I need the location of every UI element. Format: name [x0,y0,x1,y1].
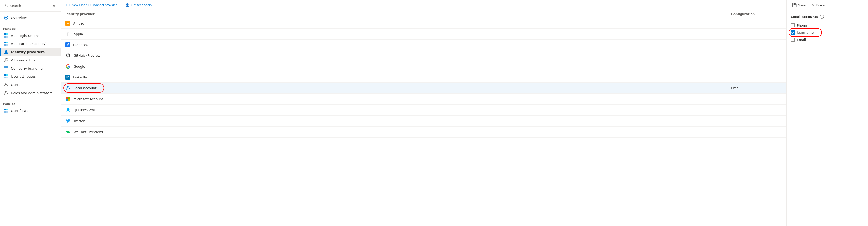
svg-rect-4 [4,33,6,35]
table-row[interactable]:  Apple [61,29,786,39]
checkbox-row-email: Email [790,36,864,43]
facebook-icon: f [65,42,70,47]
manage-section-label: Manage [0,24,61,31]
sidebar-item-api-connectors[interactable]: API connectors [0,56,61,64]
table-row[interactable]: Google [61,61,786,72]
table-row[interactable]: Microsoft Account [61,93,786,105]
provider-cell-wechat: WeChat (Preview) [65,129,731,135]
table-header: Identity provider Configuration [61,10,786,18]
google-icon [65,64,71,69]
local-account-icon [65,85,71,91]
provider-cell-twitter: Twitter [65,118,731,124]
save-button[interactable]: 💾 Save [790,2,807,8]
right-panel: 💾 Save ✕ Discard Local accounts i Phone … [786,0,868,226]
sidebar-item-user-attributes[interactable]: User attributes [0,72,61,81]
svg-line-1 [7,6,8,7]
table-row-local-account[interactable]: Local account Email [61,83,786,93]
sidebar-item-users[interactable]: Users [0,81,61,89]
svg-rect-25 [4,111,6,113]
provider-name-wechat: WeChat (Preview) [73,130,103,134]
discard-icon: ✕ [812,3,815,7]
table-row[interactable]: f Facebook [61,39,786,50]
new-openid-connect-button[interactable]: + + New OpenID Connect provider [65,2,117,8]
panel-toolbar: 💾 Save ✕ Discard [786,0,868,10]
checkbox-row-username: Username [790,29,864,36]
local-accounts-title: Local accounts i [790,15,864,19]
collapse-sidebar-button[interactable]: « [52,3,56,8]
svg-rect-18 [6,75,8,76]
discard-label: Discard [816,3,828,7]
user-attributes-icon [4,74,8,79]
provider-cell-local-account: Local account [65,85,731,91]
table-row[interactable]: WeChat (Preview) [61,126,786,138]
svg-rect-26 [6,111,8,113]
company-branding-icon [4,66,8,70]
col-header-provider: Identity provider [65,12,731,16]
svg-rect-19 [4,77,6,79]
svg-point-12 [5,50,7,52]
search-label: Search [10,4,21,8]
provider-name-github: GitHub (Preview) [73,54,102,58]
sidebar-item-label-branding: Company branding [11,66,43,70]
sidebar-item-roles-administrators[interactable]: Roles and administrators [0,89,61,97]
sidebar-navigation: Overview Manage App registrations Applic… [0,11,61,117]
provider-name-twitter: Twitter [73,119,85,123]
amazon-icon: a [65,21,70,26]
email-checkbox[interactable] [790,37,795,42]
provider-cell-facebook: f Facebook [65,42,731,47]
applications-legacy-icon [4,41,8,46]
provider-name-google: Google [73,65,85,68]
sidebar-item-app-registrations[interactable]: App registrations [0,31,61,39]
info-icon[interactable]: i [820,15,824,19]
provider-cell-qq: QQ (Preview) [65,107,731,113]
phone-checkbox[interactable] [790,23,795,27]
table-row[interactable]: in LinkedIn [61,72,786,83]
config-local-account: Email [731,86,782,90]
feedback-button[interactable]: 👤 Got feedback? [125,2,153,8]
phone-label[interactable]: Phone [797,24,807,27]
svg-rect-9 [6,42,8,44]
provider-name-linkedin: LinkedIn [73,76,87,79]
svg-rect-31 [68,99,70,101]
svg-point-32 [67,108,70,111]
table-row[interactable]: QQ (Preview) [61,105,786,116]
svg-rect-17 [4,75,6,76]
svg-line-14 [7,58,8,59]
sidebar-item-label-api: API connectors [11,58,36,62]
svg-rect-20 [6,77,8,79]
qq-icon [65,107,71,113]
table-row[interactable]: Twitter [61,116,786,126]
search-icon [5,4,8,8]
svg-rect-10 [4,44,6,46]
table-row[interactable]: a Amazon [61,18,786,29]
local-accounts-label: Local accounts [790,15,818,19]
search-box[interactable]: Search « [3,2,59,9]
discard-button[interactable]: ✕ Discard [810,2,829,8]
main-toolbar: + + New OpenID Connect provider 👤 Got fe… [61,0,786,10]
provider-cell-google: Google [65,64,731,69]
feedback-label: Got feedback? [131,3,153,7]
svg-point-34 [68,132,70,133]
username-checkbox[interactable] [790,30,795,34]
sidebar-item-company-branding[interactable]: Company branding [0,64,61,72]
provider-cell-linkedin: in LinkedIn [65,75,731,80]
toolbar-divider [121,3,121,8]
table-row[interactable]: GitHub (Preview) [61,50,786,61]
col-header-config: Configuration [731,12,782,16]
main-content: + + New OpenID Connect provider 👤 Got fe… [61,0,786,226]
user-flows-icon [4,108,8,113]
sidebar-item-applications-legacy[interactable]: Applications (Legacy) [0,39,61,48]
svg-rect-6 [4,36,6,37]
sidebar-item-overview[interactable]: Overview [0,13,61,22]
svg-rect-11 [6,44,8,46]
sidebar-item-user-flows[interactable]: User flows [0,107,61,115]
api-connectors-icon [4,58,8,62]
provider-name-apple: Apple [73,32,83,36]
sidebar-item-identity-providers[interactable]: Identity providers [0,48,61,56]
save-icon: 💾 [792,3,797,7]
username-label[interactable]: Username [797,31,814,34]
sidebar-item-label-user-attr: User attributes [11,75,36,79]
app-registrations-icon [4,33,8,38]
sidebar-item-label-roles: Roles and administrators [11,91,52,95]
email-label[interactable]: Email [797,38,806,42]
